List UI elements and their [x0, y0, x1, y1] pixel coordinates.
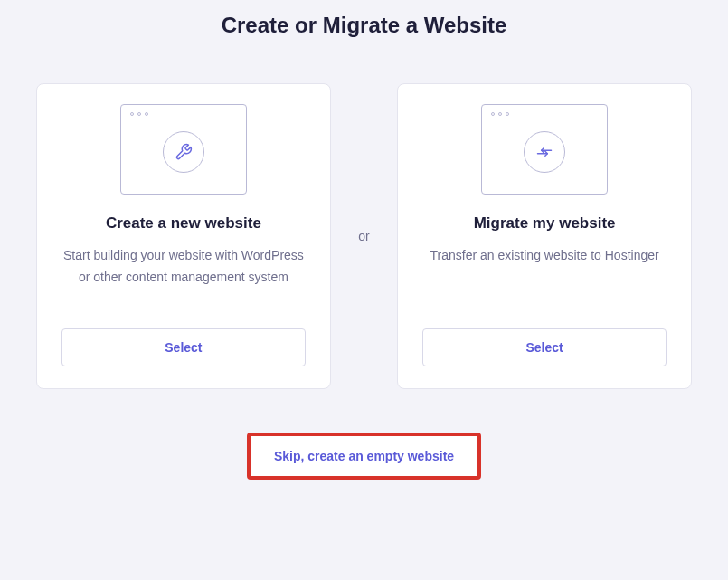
- divider-text: or: [358, 229, 369, 243]
- migrate-card-title: Migrate my website: [474, 214, 616, 233]
- options-row: Create a new website Start building your…: [0, 47, 728, 407]
- page-title: Create or Migrate a Website: [0, 0, 728, 47]
- create-card-description: Start building your website with WordPre…: [59, 245, 308, 328]
- skip-container: Skip, create an empty website: [0, 433, 728, 480]
- create-website-card[interactable]: Create a new website Start building your…: [36, 83, 331, 389]
- skip-empty-website-button[interactable]: Skip, create an empty website: [247, 433, 481, 480]
- divider-line-top: [364, 119, 364, 218]
- wrench-icon: [175, 143, 193, 161]
- migrate-illustration: [481, 104, 608, 195]
- divider: or: [331, 83, 397, 389]
- create-card-title: Create a new website: [106, 214, 261, 233]
- divider-line-bottom: [364, 254, 364, 354]
- create-illustration: [120, 104, 247, 195]
- transfer-arrows-icon: [535, 143, 553, 161]
- icon-circle: [524, 131, 565, 173]
- migrate-card-description: Transfer an existing website to Hostinge…: [430, 245, 659, 328]
- window-dots: [491, 112, 509, 116]
- icon-circle: [163, 131, 204, 173]
- migrate-website-card[interactable]: Migrate my website Transfer an existing …: [397, 83, 692, 389]
- migrate-select-button[interactable]: Select: [422, 328, 667, 366]
- create-select-button[interactable]: Select: [61, 328, 306, 366]
- window-dots: [130, 112, 148, 116]
